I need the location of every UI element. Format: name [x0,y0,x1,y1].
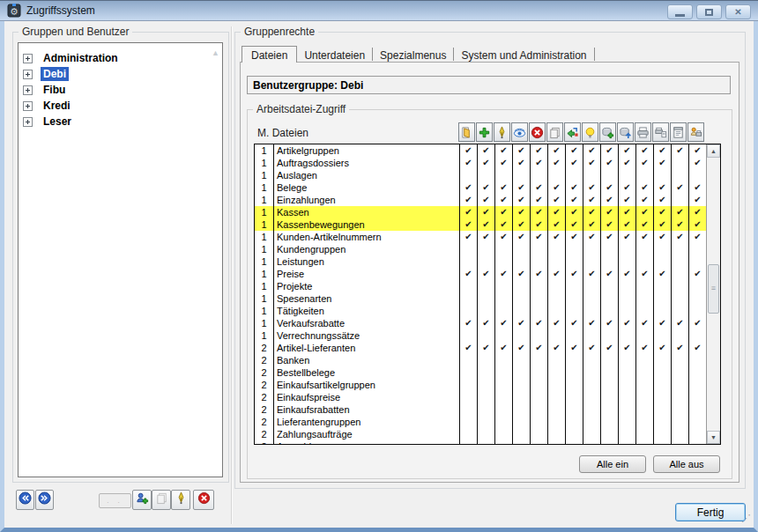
check-cell-empty[interactable] [600,255,618,268]
check-cell-empty[interactable] [547,169,565,181]
check-cell-checked[interactable]: ✔ [494,268,512,280]
check-cell-empty[interactable] [477,428,494,440]
table-row[interactable]: 1Verrechnungssätze [255,329,706,342]
check-cell-empty[interactable] [459,440,477,444]
check-cell-empty[interactable] [565,292,583,305]
data-export-icon[interactable] [617,122,634,142]
check-cell-empty[interactable] [459,243,477,255]
check-cell-checked[interactable]: ✔ [530,218,547,231]
check-cell-empty[interactable] [512,329,530,342]
check-cell-checked[interactable]: ✔ [653,181,671,194]
table-row[interactable]: 1Einzahlungen✔✔✔✔✔✔✔✔✔✔✔✔✔ [255,194,706,206]
check-cell-empty[interactable] [671,379,688,391]
check-cell-empty[interactable] [688,354,706,366]
check-cell-empty[interactable] [477,440,494,444]
check-cell-checked[interactable]: ✔ [512,181,530,194]
check-cell-empty[interactable] [459,403,477,416]
check-cell-checked[interactable]: ✔ [512,206,530,218]
check-cell-empty[interactable] [583,329,600,342]
check-cell-checked[interactable]: ✔ [477,218,494,231]
check-cell-empty[interactable] [512,366,530,379]
check-cell-checked[interactable]: ✔ [688,157,706,169]
check-cell-checked[interactable]: ✔ [653,268,671,280]
check-cell-empty[interactable] [583,255,600,268]
table-row[interactable]: 2Einkaufspreise [255,391,706,403]
check-cell-checked[interactable]: ✔ [671,317,688,329]
check-cell-empty[interactable] [671,194,688,206]
check-cell-empty[interactable] [635,243,653,255]
check-cell-empty[interactable] [547,428,565,440]
check-cell-checked[interactable]: ✔ [530,157,547,169]
groups-tree[interactable]: ▲ AdministrationDebiFibuKrediLeser [18,42,223,477]
check-cell-checked[interactable]: ✔ [512,144,530,157]
check-cell-empty[interactable] [512,280,530,292]
check-cell-empty[interactable] [494,440,512,444]
table-row[interactable]: 2Artikel-Lieferanten✔✔✔✔✔✔✔✔✔✔✔✔✔✔ [255,342,706,354]
check-cell-empty[interactable] [494,255,512,268]
check-cell-checked[interactable]: ✔ [653,144,671,157]
table-row[interactable]: 1Verkaufsrabatte✔✔✔✔✔✔✔✔✔✔✔✔✔✔ [255,317,706,329]
expand-plus-icon[interactable] [23,117,33,127]
check-cell-empty[interactable] [530,255,547,268]
check-cell-empty[interactable] [565,354,583,366]
check-cell-empty[interactable] [494,379,512,391]
check-cell-empty[interactable] [477,366,494,379]
check-cell-empty[interactable] [477,305,494,317]
check-cell-checked[interactable]: ✔ [530,144,547,157]
check-cell-empty[interactable] [635,428,653,440]
check-cell-empty[interactable] [459,329,477,342]
check-cell-empty[interactable] [547,416,565,428]
all-off-button[interactable]: Alle aus [653,455,720,473]
scrollbar-thumb[interactable] [708,264,719,314]
check-cell-checked[interactable]: ✔ [512,268,530,280]
check-cell-empty[interactable] [583,354,600,366]
check-cell-checked[interactable]: ✔ [583,342,600,354]
check-cell-empty[interactable] [618,403,635,416]
check-cell-checked[interactable]: ✔ [583,206,600,218]
check-cell-checked[interactable]: ✔ [547,206,565,218]
check-cell-checked[interactable]: ✔ [530,194,547,206]
check-cell-empty[interactable] [653,391,671,403]
view-eye-icon[interactable] [511,122,528,142]
check-cell-checked[interactable]: ✔ [547,231,565,243]
check-cell-checked[interactable]: ✔ [547,317,565,329]
check-cell-checked[interactable]: ✔ [618,181,635,194]
check-cell-empty[interactable] [671,305,688,317]
print-icon[interactable] [635,122,651,142]
tree-item-debi[interactable]: Debi [19,66,222,82]
check-cell-empty[interactable] [459,391,477,403]
check-cell-empty[interactable] [671,157,688,169]
check-cell-empty[interactable] [459,292,477,305]
check-cell-checked[interactable]: ✔ [635,181,653,194]
check-cell-empty[interactable] [653,428,671,440]
tree-item-leser[interactable]: Leser [19,114,222,129]
check-cell-empty[interactable] [635,305,653,317]
tree-item-administration[interactable]: Administration [19,50,222,66]
check-cell-empty[interactable] [565,403,583,416]
check-cell-checked[interactable]: ✔ [494,157,512,169]
check-cell-empty[interactable] [459,416,477,428]
check-cell-checked[interactable]: ✔ [618,317,635,329]
check-cell-empty[interactable] [512,255,530,268]
check-cell-checked[interactable]: ✔ [547,342,565,354]
check-cell-empty[interactable] [547,292,565,305]
check-cell-empty[interactable] [653,243,671,255]
blank-button[interactable]: . . [99,493,131,508]
check-cell-empty[interactable] [600,428,618,440]
check-cell-empty[interactable] [530,416,547,428]
check-cell-checked[interactable]: ✔ [512,342,530,354]
check-cell-empty[interactable] [547,255,565,268]
check-cell-empty[interactable] [600,440,618,444]
check-cell-checked[interactable]: ✔ [565,218,583,231]
table-row[interactable]: 1Projekte [255,280,706,292]
check-cell-checked[interactable]: ✔ [671,144,688,157]
check-cell-empty[interactable] [653,305,671,317]
check-cell-empty[interactable] [583,292,600,305]
check-cell-empty[interactable] [494,329,512,342]
check-cell-empty[interactable] [477,379,494,391]
check-cell-empty[interactable] [547,403,565,416]
check-cell-checked[interactable]: ✔ [494,218,512,231]
check-cell-checked[interactable]: ✔ [618,268,635,280]
table-row[interactable]: 1Auslagen [255,169,706,181]
check-cell-checked[interactable]: ✔ [688,206,706,218]
